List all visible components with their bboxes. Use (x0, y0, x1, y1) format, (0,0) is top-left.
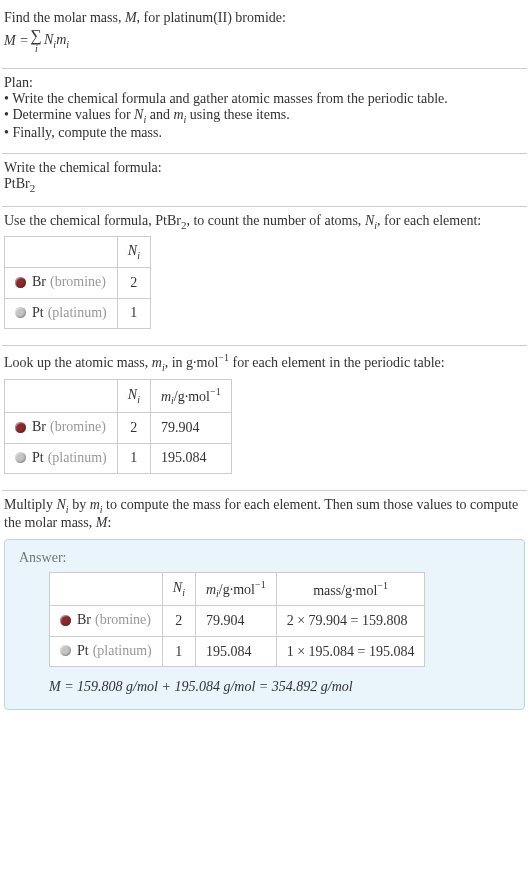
var-M: M (125, 10, 137, 25)
eq-left: M = (4, 33, 29, 49)
table-row: Br(bromine) 2 79.904 (5, 413, 232, 444)
header-Ni: Ni (117, 237, 150, 268)
sigma-sub: i (35, 44, 38, 54)
n-cell: 1 (117, 443, 150, 474)
element-dot-icon (15, 307, 26, 318)
element-cell-pt: Pt(platinum) (5, 298, 118, 329)
table-row: Pt(platinum) 1 195.084 (5, 443, 232, 474)
eq-Ni: Ni (44, 32, 56, 50)
element-cell-pt: Pt(platinum) (50, 636, 163, 667)
empty-header (5, 237, 118, 268)
molar-mass-formula: M = ∑ i Nimi (4, 26, 525, 56)
lookup-table: Ni mi/g·mol−1 Br(bromine) 2 79.904 Pt(pl… (4, 379, 232, 474)
table-header-row: Ni mi/g·mol−1 (5, 379, 232, 412)
header-mass: mass/g·mol−1 (276, 572, 425, 605)
final-molar-mass: M = 159.808 g/mol + 195.084 g/mol = 354.… (49, 679, 510, 695)
table-header-row: Ni mi/g·mol−1 mass/g·mol−1 (50, 572, 425, 605)
element-dot-icon (15, 277, 26, 288)
header-Ni: Ni (117, 379, 150, 412)
m-cell: 195.084 (150, 443, 231, 474)
eq-mi: mi (56, 32, 69, 50)
element-cell-br: Br(bromine) (5, 268, 118, 299)
table-header-row: Ni (5, 237, 151, 268)
m-cell: 79.904 (195, 606, 276, 637)
answer-box: Answer: Ni mi/g·mol−1 mass/g·mol−1 Br(br… (4, 539, 525, 710)
n-cell: 2 (162, 606, 195, 637)
element-dot-icon (60, 645, 71, 656)
m-cell: 79.904 (150, 413, 231, 444)
answer-table: Ni mi/g·mol−1 mass/g·mol−1 Br(bromine) 2… (49, 572, 425, 667)
count-table: Ni Br(bromine) 2 Pt(platinum) 1 (4, 236, 151, 329)
n-cell: 1 (162, 636, 195, 667)
element-dot-icon (15, 452, 26, 463)
plan-bullet-1: • Write the chemical formula and gather … (4, 91, 525, 107)
header-mi: mi/g·mol−1 (195, 572, 276, 605)
chem-formula-section: Write the chemical formula: PtBr2 (2, 154, 527, 206)
plan-section: Plan: • Write the chemical formula and g… (2, 69, 527, 153)
answer-content: Ni mi/g·mol−1 mass/g·mol−1 Br(bromine) 2… (19, 572, 510, 695)
header-Ni: Ni (162, 572, 195, 605)
intro-text-a: Find the molar mass, (4, 10, 125, 25)
element-dot-icon (60, 615, 71, 626)
empty-header (5, 379, 118, 412)
plan-bullet-2: • Determine values for Ni and mi using t… (4, 107, 525, 125)
count-text: Use the chemical formula, PtBr2, to coun… (4, 213, 525, 231)
table-row: Pt(platinum) 1 (5, 298, 151, 329)
intro-section: Find the molar mass, M, for platinum(II)… (2, 4, 527, 68)
element-dot-icon (15, 422, 26, 433)
plan-heading: Plan: (4, 75, 525, 91)
count-section: Use the chemical formula, PtBr2, to coun… (2, 207, 527, 346)
element-cell-br: Br(bromine) (50, 606, 163, 637)
n-cell: 2 (117, 268, 150, 299)
plan-bullet-3: • Finally, compute the mass. (4, 125, 525, 141)
mass-cell: 1 × 195.084 = 195.084 (276, 636, 425, 667)
intro-text-b: , for platinum(II) bromide: (137, 10, 286, 25)
header-mi: mi/g·mol−1 (150, 379, 231, 412)
n-cell: 2 (117, 413, 150, 444)
mass-cell: 2 × 79.904 = 159.808 (276, 606, 425, 637)
table-row: Pt(platinum) 1 195.084 1 × 195.084 = 195… (50, 636, 425, 667)
element-cell-br: Br(bromine) (5, 413, 118, 444)
n-cell: 1 (117, 298, 150, 329)
empty-header (50, 572, 163, 605)
multiply-section: Multiply Ni by mi to compute the mass fo… (2, 491, 527, 535)
intro-line-1: Find the molar mass, M, for platinum(II)… (4, 10, 525, 26)
element-cell-pt: Pt(platinum) (5, 443, 118, 474)
chem-formula: PtBr2 (4, 176, 525, 194)
multiply-text: Multiply Ni by mi to compute the mass fo… (4, 497, 525, 531)
lookup-text: Look up the atomic mass, mi, in g·mol−1 … (4, 352, 525, 372)
table-row: Br(bromine) 2 (5, 268, 151, 299)
m-cell: 195.084 (195, 636, 276, 667)
sigma-icon: ∑ i (31, 28, 42, 54)
table-row: Br(bromine) 2 79.904 2 × 79.904 = 159.80… (50, 606, 425, 637)
answer-title: Answer: (19, 550, 510, 566)
chem-heading: Write the chemical formula: (4, 160, 525, 176)
lookup-section: Look up the atomic mass, mi, in g·mol−1 … (2, 346, 527, 490)
